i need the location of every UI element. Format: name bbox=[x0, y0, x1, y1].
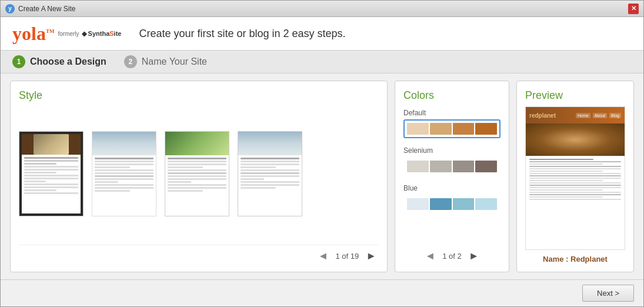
thumb-1-content bbox=[22, 155, 81, 213]
preview-line bbox=[529, 187, 621, 188]
close-button[interactable]: ✕ bbox=[628, 4, 639, 14]
line bbox=[168, 184, 226, 186]
colors-prev-button[interactable]: ◄ bbox=[422, 249, 438, 263]
preview-nav-item: Home bbox=[576, 113, 590, 118]
line bbox=[24, 186, 78, 188]
style-thumb-3[interactable] bbox=[165, 131, 229, 216]
line bbox=[241, 187, 276, 189]
color-option-blue[interactable]: Blue bbox=[403, 184, 500, 213]
colors-panel: Colors Default Selenium bbox=[395, 81, 509, 272]
thumb-4-content bbox=[238, 155, 302, 192]
swatch bbox=[430, 198, 452, 210]
line bbox=[24, 172, 56, 173]
footer-bar: Next > bbox=[1, 279, 643, 306]
line bbox=[241, 158, 299, 159]
line bbox=[24, 175, 78, 176]
preview-name-value: Redplanet bbox=[570, 255, 608, 263]
swatch bbox=[475, 198, 497, 210]
thumb-2-content bbox=[92, 155, 156, 195]
swatch bbox=[407, 161, 429, 172]
style-page-indicator: 1 of 19 bbox=[335, 252, 359, 261]
swatch bbox=[475, 123, 497, 135]
header: yolaTM formerly ◆ SynthaSite Create your… bbox=[1, 17, 643, 51]
line bbox=[24, 183, 78, 185]
swatch bbox=[407, 198, 429, 210]
swatch bbox=[475, 161, 497, 172]
preview-site-name: redplanet bbox=[529, 112, 556, 119]
line bbox=[241, 163, 299, 165]
preview-line bbox=[529, 175, 621, 176]
style-prev-button[interactable]: ◄ bbox=[316, 249, 331, 263]
line bbox=[24, 189, 56, 191]
preview-line bbox=[529, 189, 603, 191]
formerly-label: formerly ◆ SynthaSite bbox=[58, 30, 121, 38]
line bbox=[95, 161, 154, 162]
line bbox=[241, 175, 299, 177]
preview-line bbox=[529, 159, 593, 160]
preview-body-content bbox=[526, 156, 625, 204]
color-option-default[interactable]: Default bbox=[403, 109, 500, 138]
preview-panel: Preview redplanet Home About Blog bbox=[516, 81, 634, 272]
colors-pagination: ◄ 1 of 2 ► bbox=[403, 245, 500, 263]
title-bar: y Create A New Site ✕ bbox=[1, 1, 643, 17]
thumb-1-hero-img bbox=[34, 134, 69, 155]
line bbox=[168, 187, 226, 189]
line bbox=[95, 169, 154, 171]
color-option-selenium[interactable]: Selenium bbox=[403, 146, 500, 176]
color-blue-label: Blue bbox=[403, 184, 500, 192]
step-1-number: 1 bbox=[12, 55, 25, 68]
swatch bbox=[453, 161, 475, 172]
line bbox=[168, 166, 203, 168]
line bbox=[24, 163, 56, 165]
line bbox=[241, 161, 299, 162]
preview-hero-image bbox=[526, 124, 625, 156]
preview-line bbox=[529, 199, 621, 200]
swatch bbox=[430, 161, 452, 172]
preview-nav: Home About Blog bbox=[576, 113, 621, 118]
color-selenium-swatches bbox=[403, 157, 500, 176]
preview-line bbox=[529, 166, 621, 167]
color-default-swatches bbox=[403, 119, 500, 138]
line bbox=[95, 158, 154, 159]
thumb-2-hero bbox=[92, 132, 156, 155]
line bbox=[241, 184, 299, 186]
swatch bbox=[453, 123, 475, 135]
line bbox=[24, 178, 78, 179]
preview-line bbox=[529, 192, 621, 193]
main-content: Style bbox=[1, 74, 643, 279]
line bbox=[95, 184, 154, 186]
line bbox=[95, 181, 118, 183]
line bbox=[95, 163, 154, 165]
step-2[interactable]: 2 Name Your Site bbox=[124, 55, 207, 68]
line bbox=[95, 175, 154, 177]
style-panel: Style bbox=[10, 81, 388, 272]
style-pagination: ◄ 1 of 19 ► bbox=[19, 245, 379, 263]
style-panel-title: Style bbox=[19, 89, 379, 102]
preview-line bbox=[529, 178, 621, 179]
step-1-label: Choose a Design bbox=[30, 56, 106, 67]
preview-line bbox=[529, 182, 621, 183]
style-thumbnails bbox=[19, 109, 379, 239]
line bbox=[95, 166, 130, 168]
line bbox=[241, 181, 299, 183]
preview-line bbox=[529, 180, 603, 181]
swatch bbox=[453, 198, 475, 210]
style-thumb-4[interactable] bbox=[238, 131, 302, 216]
thumb-4-hero bbox=[238, 132, 302, 155]
line bbox=[24, 169, 78, 171]
colors-next-button[interactable]: ► bbox=[466, 249, 482, 263]
line bbox=[168, 175, 226, 177]
step-1[interactable]: 1 Choose a Design bbox=[12, 55, 106, 68]
style-next-button[interactable]: ► bbox=[363, 249, 379, 263]
line bbox=[24, 192, 78, 194]
style-thumb-1[interactable] bbox=[19, 131, 84, 216]
preview-line bbox=[529, 185, 621, 186]
line bbox=[95, 187, 154, 189]
steps-bar: 1 Choose a Design 2 Name Your Site bbox=[1, 51, 643, 74]
line bbox=[168, 181, 191, 183]
next-button[interactable]: Next > bbox=[582, 285, 634, 302]
line bbox=[241, 166, 276, 168]
preview-image: redplanet Home About Blog bbox=[525, 106, 625, 250]
line bbox=[168, 158, 226, 159]
style-thumb-2[interactable] bbox=[92, 131, 156, 216]
